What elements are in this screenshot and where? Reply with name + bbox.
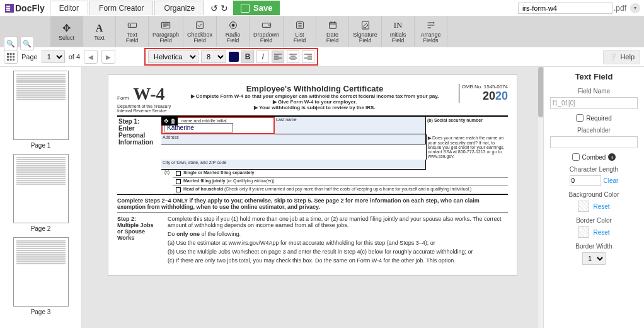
tool-signature-field[interactable]: SignatureField [349, 16, 382, 47]
ssn-field[interactable]: (b) Social security number [426, 117, 508, 134]
undo-icon[interactable]: ↺ [210, 3, 218, 13]
font-size-select[interactable]: 8 [201, 50, 226, 63]
placeholder-label: Placeholder [550, 127, 638, 134]
svg-rect-9 [7, 53, 9, 55]
field-name-label: Field Name [550, 88, 638, 95]
document-page: Form W-4 Department of the Treasury Inte… [108, 74, 517, 276]
page-total: of 4 [69, 53, 80, 61]
zoom-out-icon[interactable]: 🔍 [4, 37, 18, 50]
ssn-note: ▶ Does your name match the name on your … [426, 134, 508, 160]
charlen-input[interactable] [570, 175, 601, 186]
zoom-in-icon[interactable]: 🔍 [20, 37, 34, 50]
placeholder-input[interactable] [550, 136, 638, 148]
save-button[interactable]: Save [233, 1, 280, 15]
required-checkbox[interactable] [576, 114, 584, 122]
help-icon: ❔ [609, 53, 618, 61]
tool-radio-field[interactable]: RadioField [217, 16, 250, 47]
svg-rect-17 [13, 59, 14, 61]
omb-number: OMB No. 1545-0074 [462, 84, 508, 90]
instructions-text: Complete Steps 2–4 ONLY if they apply to… [117, 195, 508, 213]
tool-list-field[interactable]: ListField [284, 16, 316, 47]
align-center-icon[interactable] [287, 50, 299, 63]
tool-arrange-fields[interactable]: ArrangeFields [415, 16, 447, 47]
checkbox-icon [195, 20, 205, 31]
svg-rect-2 [197, 22, 204, 29]
italic-button[interactable]: I [256, 50, 269, 63]
border-swatch[interactable] [578, 226, 589, 238]
bordercolor-label: Border Color [550, 217, 638, 224]
clear-link[interactable]: Clear [604, 177, 619, 184]
svg-rect-16 [10, 59, 12, 61]
help-button[interactable]: ❔Help [603, 50, 640, 64]
bg-swatch[interactable] [578, 201, 589, 212]
main-toolbar: ✥Select AText TextField ParagraphField C… [0, 16, 644, 47]
doc-title: Employee's Withholding Certificate [171, 84, 458, 93]
dropdown-icon [262, 20, 272, 31]
scrollbar[interactable] [538, 67, 543, 328]
thumbnail[interactable]: Page 1 [4, 71, 78, 149]
file-ext: .pdf [614, 4, 626, 13]
filing-single[interactable]: Single or Married filing separately [173, 170, 508, 178]
filename-input[interactable] [518, 3, 612, 14]
align-left-icon[interactable] [272, 50, 284, 63]
combed-checkbox[interactable] [572, 153, 580, 161]
tool-paragraph-field[interactable]: ParagraphField [149, 16, 183, 47]
move-icon: ✥ [62, 23, 71, 34]
borderwidth-select[interactable]: 1 [582, 252, 606, 265]
prev-page-icon[interactable]: ◀ [84, 50, 98, 64]
address-field[interactable]: Address [161, 134, 426, 144]
bgcolor-label: Background Color [550, 191, 638, 198]
font-color-swatch[interactable] [229, 52, 239, 62]
bold-button[interactable]: B [241, 50, 254, 63]
redo-icon[interactable]: ↻ [221, 3, 228, 13]
tool-select[interactable]: ✥Select [50, 16, 83, 47]
page-select[interactable]: 1 [42, 50, 65, 63]
align-right-icon[interactable] [302, 50, 314, 63]
charlen-label: Character Length [550, 166, 638, 173]
border-reset[interactable]: Reset [593, 229, 609, 236]
next-page-icon[interactable]: ▶ [101, 50, 115, 64]
date-icon [328, 20, 338, 31]
info-icon[interactable]: i [608, 153, 616, 161]
thumbnail-panel: Page 1 Page 2 Page 3 [0, 67, 82, 328]
thumbnail[interactable]: Page 2 [4, 154, 78, 232]
filing-married[interactable]: Married filing jointly (or Qualifying wi… [173, 178, 508, 186]
filing-hoh[interactable]: Head of household (Check only if you're … [173, 186, 508, 194]
field-drag-handle[interactable]: ✥🗑 [161, 117, 178, 126]
tool-checkbox-field[interactable]: CheckboxField [183, 16, 217, 47]
tool-initials-field[interactable]: INInitialsField [382, 16, 415, 47]
bg-reset[interactable]: Reset [593, 203, 609, 210]
tab-editor[interactable]: Editor [50, 1, 88, 15]
thumbnail[interactable]: Page 3 [4, 237, 78, 315]
first-name-field[interactable]: ✥🗑 name and middle initial Katherine [161, 117, 275, 134]
radio-icon [228, 20, 238, 31]
borderwidth-label: Border Width [550, 243, 638, 250]
move-icon: ✥ [164, 118, 169, 124]
tool-text-field[interactable]: TextField [116, 16, 149, 47]
page-label: Page [21, 53, 38, 61]
font-controls: Helvetica 8 B I [144, 48, 318, 66]
ext-dropdown-icon[interactable]: ▾ [630, 3, 640, 13]
svg-rect-10 [10, 53, 12, 55]
field-name-input[interactable] [550, 97, 638, 109]
list-icon [295, 20, 305, 31]
svg-rect-11 [13, 53, 14, 55]
svg-point-4 [232, 24, 234, 26]
signature-icon [360, 20, 371, 31]
tool-date-field[interactable]: DateField [316, 16, 349, 47]
last-name-field[interactable]: Last name [275, 117, 426, 134]
document-viewport[interactable]: Form W-4 Department of the Treasury Inte… [82, 67, 543, 328]
logo-text: DocFly [15, 3, 45, 13]
initials-icon: IN [394, 20, 403, 31]
city-field[interactable]: City or town, state, and ZIP code [161, 160, 426, 170]
font-name-select[interactable]: Helvetica [148, 50, 198, 63]
svg-rect-12 [7, 56, 9, 58]
grid-view-icon[interactable] [4, 50, 18, 64]
svg-rect-13 [10, 56, 12, 58]
tab-organize[interactable]: Organize [154, 1, 204, 15]
arrange-icon [426, 20, 436, 31]
tab-form-creator[interactable]: Form Creator [89, 1, 153, 15]
tool-text[interactable]: AText [83, 16, 116, 47]
tool-dropdown-field[interactable]: DropdownField [250, 16, 284, 47]
form-number: W-4 [133, 84, 164, 103]
